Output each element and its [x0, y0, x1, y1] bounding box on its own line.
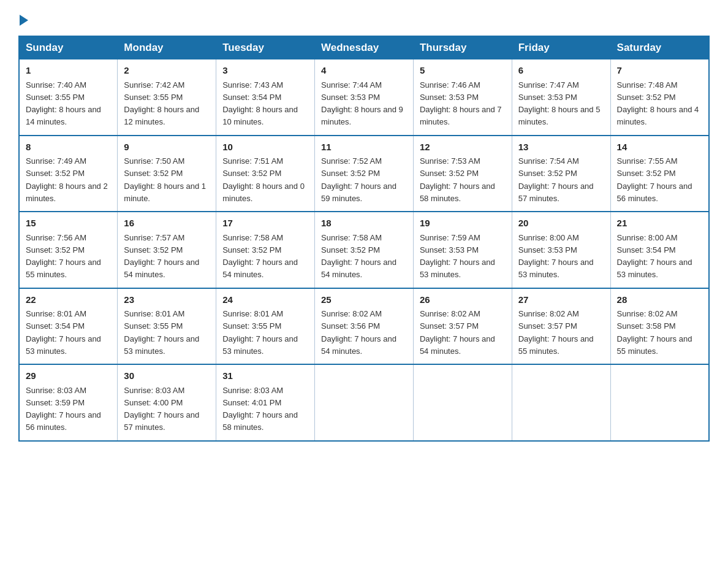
day-number: 16: [124, 216, 210, 231]
day-number: 1: [26, 64, 111, 78]
calendar-header-row: SundayMondayTuesdayWednesdayThursdayFrid…: [19, 36, 709, 59]
day-number: 28: [617, 293, 702, 307]
day-info: Sunrise: 7:43 AMSunset: 3:54 PMDaylight:…: [222, 80, 298, 127]
day-number: 19: [420, 216, 506, 231]
day-number: 17: [222, 216, 308, 231]
column-header-friday: Friday: [512, 36, 610, 59]
day-number: 22: [26, 293, 111, 307]
day-info: Sunrise: 8:01 AMSunset: 3:55 PMDaylight:…: [222, 309, 298, 356]
calendar-cell: 21 Sunrise: 8:00 AMSunset: 3:54 PMDaylig…: [610, 212, 709, 288]
day-info: Sunrise: 7:44 AMSunset: 3:53 PMDaylight:…: [321, 80, 403, 127]
day-number: 20: [518, 216, 604, 231]
calendar-cell: [610, 364, 709, 441]
day-info: Sunrise: 7:42 AMSunset: 3:55 PMDaylight:…: [124, 80, 199, 127]
column-header-thursday: Thursday: [413, 36, 512, 59]
calendar-cell: 12 Sunrise: 7:53 AMSunset: 3:52 PMDaylig…: [413, 136, 512, 212]
day-number: 24: [222, 293, 308, 307]
calendar-cell: 18 Sunrise: 7:58 AMSunset: 3:52 PMDaylig…: [315, 212, 414, 288]
day-info: Sunrise: 8:03 AMSunset: 4:00 PMDaylight:…: [124, 386, 199, 432]
day-info: Sunrise: 7:52 AMSunset: 3:52 PMDaylight:…: [321, 156, 396, 203]
calendar-cell: 31 Sunrise: 8:03 AMSunset: 4:01 PMDaylig…: [216, 364, 315, 441]
day-info: Sunrise: 8:02 AMSunset: 3:58 PMDaylight:…: [617, 309, 692, 356]
day-info: Sunrise: 7:48 AMSunset: 3:52 PMDaylight:…: [617, 80, 699, 127]
day-info: Sunrise: 7:56 AMSunset: 3:52 PMDaylight:…: [26, 233, 101, 280]
day-number: 21: [617, 216, 702, 231]
day-number: 3: [222, 64, 308, 78]
column-header-wednesday: Wednesday: [315, 36, 414, 59]
calendar-week-2: 8 Sunrise: 7:49 AMSunset: 3:52 PMDayligh…: [19, 136, 709, 212]
calendar-week-5: 29 Sunrise: 8:03 AMSunset: 3:59 PMDaylig…: [19, 364, 709, 441]
calendar-cell: 29 Sunrise: 8:03 AMSunset: 3:59 PMDaylig…: [19, 364, 118, 441]
page-header: [18, 12, 710, 25]
calendar-cell: 16 Sunrise: 7:57 AMSunset: 3:52 PMDaylig…: [118, 212, 216, 288]
calendar-cell: 13 Sunrise: 7:54 AMSunset: 3:52 PMDaylig…: [512, 136, 610, 212]
calendar-cell: 10 Sunrise: 7:51 AMSunset: 3:52 PMDaylig…: [216, 136, 315, 212]
calendar-cell: 3 Sunrise: 7:43 AMSunset: 3:54 PMDayligh…: [216, 59, 315, 136]
calendar-week-1: 1 Sunrise: 7:40 AMSunset: 3:55 PMDayligh…: [19, 59, 709, 136]
calendar-cell: 19 Sunrise: 7:59 AMSunset: 3:53 PMDaylig…: [413, 212, 512, 288]
day-info: Sunrise: 7:59 AMSunset: 3:53 PMDaylight:…: [420, 233, 495, 280]
calendar-cell: [413, 364, 512, 441]
day-number: 12: [420, 140, 506, 155]
column-header-sunday: Sunday: [19, 36, 118, 59]
day-number: 30: [124, 369, 210, 383]
day-info: Sunrise: 8:02 AMSunset: 3:56 PMDaylight:…: [321, 309, 396, 356]
day-info: Sunrise: 7:47 AMSunset: 3:53 PMDaylight:…: [518, 80, 601, 127]
calendar-cell: 9 Sunrise: 7:50 AMSunset: 3:52 PMDayligh…: [118, 136, 216, 212]
calendar-cell: 5 Sunrise: 7:46 AMSunset: 3:53 PMDayligh…: [413, 59, 512, 136]
day-info: Sunrise: 7:49 AMSunset: 3:52 PMDaylight:…: [26, 156, 108, 203]
day-number: 7: [617, 64, 702, 78]
calendar-cell: 6 Sunrise: 7:47 AMSunset: 3:53 PMDayligh…: [512, 59, 610, 136]
day-info: Sunrise: 8:01 AMSunset: 3:54 PMDaylight:…: [26, 309, 101, 356]
day-info: Sunrise: 7:55 AMSunset: 3:52 PMDaylight:…: [617, 156, 692, 203]
day-number: 26: [420, 293, 506, 307]
day-number: 27: [518, 293, 604, 307]
day-info: Sunrise: 8:02 AMSunset: 3:57 PMDaylight:…: [420, 309, 495, 356]
column-header-tuesday: Tuesday: [216, 36, 315, 59]
day-info: Sunrise: 8:00 AMSunset: 3:54 PMDaylight:…: [617, 233, 692, 280]
logo: [18, 12, 28, 25]
day-info: Sunrise: 7:51 AMSunset: 3:52 PMDaylight:…: [222, 156, 305, 203]
day-number: 11: [321, 140, 407, 155]
calendar-cell: 15 Sunrise: 7:56 AMSunset: 3:52 PMDaylig…: [19, 212, 118, 288]
calendar-cell: 24 Sunrise: 8:01 AMSunset: 3:55 PMDaylig…: [216, 288, 315, 365]
calendar-cell: 11 Sunrise: 7:52 AMSunset: 3:52 PMDaylig…: [315, 136, 414, 212]
day-number: 23: [124, 293, 210, 307]
day-number: 9: [124, 140, 210, 155]
calendar-cell: 17 Sunrise: 7:58 AMSunset: 3:52 PMDaylig…: [216, 212, 315, 288]
calendar-cell: [315, 364, 414, 441]
calendar-week-3: 15 Sunrise: 7:56 AMSunset: 3:52 PMDaylig…: [19, 212, 709, 288]
day-number: 2: [124, 64, 210, 78]
day-number: 13: [518, 140, 604, 155]
calendar-cell: 23 Sunrise: 8:01 AMSunset: 3:55 PMDaylig…: [118, 288, 216, 365]
calendar-cell: 26 Sunrise: 8:02 AMSunset: 3:57 PMDaylig…: [413, 288, 512, 365]
day-info: Sunrise: 7:58 AMSunset: 3:52 PMDaylight:…: [222, 233, 298, 280]
calendar-cell: 25 Sunrise: 8:02 AMSunset: 3:56 PMDaylig…: [315, 288, 414, 365]
column-header-monday: Monday: [118, 36, 216, 59]
day-number: 25: [321, 293, 407, 307]
calendar-cell: [512, 364, 610, 441]
day-info: Sunrise: 7:40 AMSunset: 3:55 PMDaylight:…: [26, 80, 101, 127]
day-info: Sunrise: 8:03 AMSunset: 4:01 PMDaylight:…: [222, 386, 298, 432]
day-info: Sunrise: 8:03 AMSunset: 3:59 PMDaylight:…: [26, 386, 101, 432]
calendar-cell: 8 Sunrise: 7:49 AMSunset: 3:52 PMDayligh…: [19, 136, 118, 212]
day-number: 31: [222, 369, 308, 383]
day-info: Sunrise: 7:58 AMSunset: 3:52 PMDaylight:…: [321, 233, 396, 280]
day-info: Sunrise: 8:00 AMSunset: 3:53 PMDaylight:…: [518, 233, 594, 280]
day-number: 8: [26, 140, 111, 155]
day-number: 18: [321, 216, 407, 231]
calendar-cell: 14 Sunrise: 7:55 AMSunset: 3:52 PMDaylig…: [610, 136, 709, 212]
calendar-cell: 1 Sunrise: 7:40 AMSunset: 3:55 PMDayligh…: [19, 59, 118, 136]
calendar-cell: 4 Sunrise: 7:44 AMSunset: 3:53 PMDayligh…: [315, 59, 414, 136]
day-number: 4: [321, 64, 407, 78]
calendar-cell: 20 Sunrise: 8:00 AMSunset: 3:53 PMDaylig…: [512, 212, 610, 288]
day-number: 15: [26, 216, 111, 231]
logo-triangle-icon: [20, 15, 28, 26]
day-number: 5: [420, 64, 506, 78]
day-info: Sunrise: 8:01 AMSunset: 3:55 PMDaylight:…: [124, 309, 199, 356]
calendar-cell: 30 Sunrise: 8:03 AMSunset: 4:00 PMDaylig…: [118, 364, 216, 441]
day-info: Sunrise: 7:57 AMSunset: 3:52 PMDaylight:…: [124, 233, 199, 280]
day-number: 14: [617, 140, 702, 155]
day-number: 6: [518, 64, 604, 78]
calendar-week-4: 22 Sunrise: 8:01 AMSunset: 3:54 PMDaylig…: [19, 288, 709, 365]
